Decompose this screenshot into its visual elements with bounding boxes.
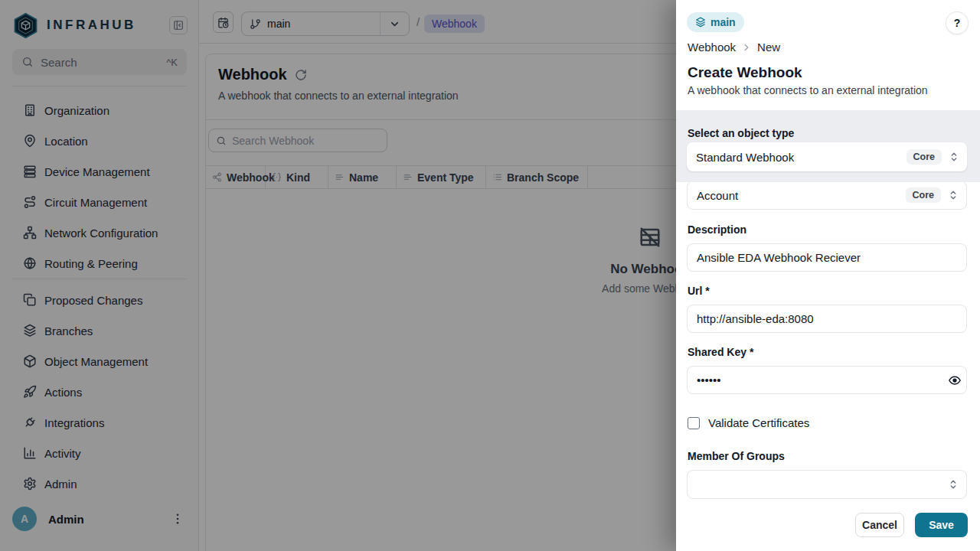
shared-key-label: Shared Key * <box>688 346 753 358</box>
core-badge: Core <box>906 187 941 203</box>
kind-select[interactable]: Account Core <box>687 181 967 210</box>
core-badge: Core <box>906 149 942 165</box>
description-label: Description <box>688 223 746 236</box>
layers-icon <box>695 17 706 28</box>
help-button[interactable]: ? <box>946 12 968 34</box>
url-input[interactable] <box>687 305 967 333</box>
app: INFRAHUB Search ^K Organization <box>0 0 980 551</box>
breadcrumb-current: New <box>757 41 780 54</box>
chevron-right-icon <box>741 42 752 53</box>
chevrons-up-down-icon <box>948 151 960 163</box>
validate-certificates-field: Validate Certificates <box>688 416 809 429</box>
drawer-breadcrumb: Webhook New <box>688 41 780 54</box>
shared-key-input[interactable] <box>687 366 967 394</box>
description-input[interactable] <box>687 243 967 272</box>
branch-badge-label: main <box>710 16 736 28</box>
branch-badge: main <box>687 12 744 32</box>
breadcrumb-parent[interactable]: Webhook <box>688 41 736 54</box>
object-type-select[interactable]: Standard Webhook Core <box>687 142 967 171</box>
chevrons-up-down-icon <box>947 478 959 491</box>
kind-value: Account <box>697 189 738 202</box>
object-type-label: Select an object type <box>688 127 794 139</box>
validate-certificates-label: Validate Certificates <box>708 416 809 429</box>
drawer-subtitle: A webhook that connects to an external i… <box>688 84 928 96</box>
url-label: Url * <box>688 285 710 297</box>
cancel-button[interactable]: Cancel <box>855 513 904 537</box>
toggle-password-visibility-button[interactable] <box>948 373 962 387</box>
object-type-value: Standard Webhook <box>696 151 794 164</box>
member-of-groups-label: Member Of Groups <box>688 450 785 462</box>
save-button[interactable]: Save <box>915 513 968 537</box>
eye-icon <box>948 373 962 387</box>
chevrons-up-down-icon <box>947 189 959 201</box>
member-of-groups-select[interactable] <box>687 470 967 499</box>
validate-certificates-checkbox[interactable] <box>688 417 700 429</box>
create-webhook-drawer: main ? Webhook New Create Webhook A webh… <box>676 0 980 551</box>
drawer-title: Create Webhook <box>688 64 802 81</box>
